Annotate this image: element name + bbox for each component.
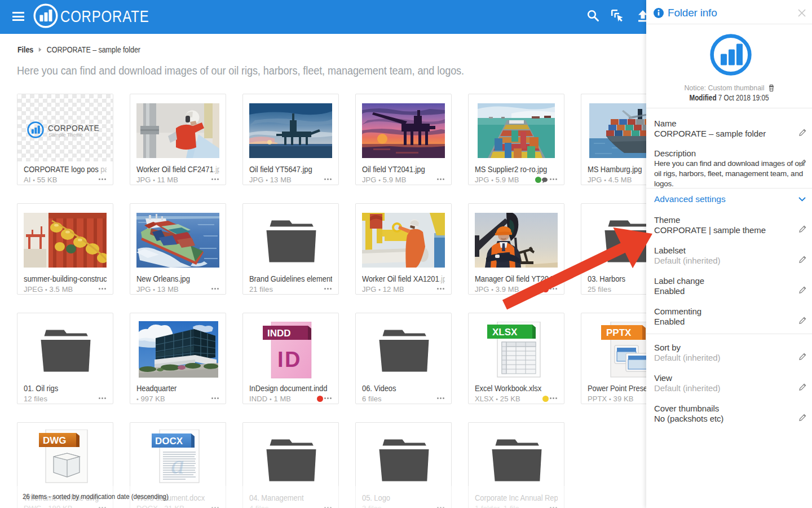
svg-text:XLSX: XLSX <box>492 327 518 338</box>
svg-text:I: I <box>277 348 284 371</box>
svg-text:DWG: DWG <box>43 435 67 446</box>
svg-text:INDD: INDD <box>267 328 291 339</box>
svg-text:D: D <box>285 348 300 371</box>
svg-text:PPTX: PPTX <box>606 327 632 338</box>
svg-text:DOCX: DOCX <box>155 436 183 446</box>
